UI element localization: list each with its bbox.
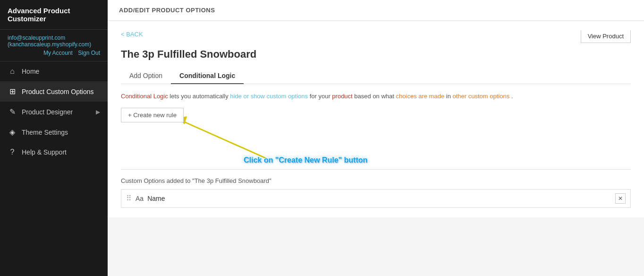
- create-new-rule-button[interactable]: + Create new rule: [121, 108, 184, 122]
- sidebar-nav: ⌂ Home ⊞ Product Custom Options ✎ Produc…: [0, 61, 108, 276]
- tab-conditional-logic[interactable]: Conditional Logic: [171, 68, 244, 84]
- desc-part4: for your: [310, 93, 332, 100]
- desc-part2: lets you automatically: [169, 93, 230, 100]
- sidebar: Advanced Product Customizer info@scaleup…: [0, 0, 108, 276]
- product-title: The 3p Fulfilled Snowboard: [121, 48, 631, 60]
- app-title: Advanced Product Customizer: [0, 0, 108, 30]
- sidebar-item-label: Product Custom Options: [22, 88, 100, 95]
- desc-part7: choices are made: [396, 93, 445, 100]
- svg-line-0: [182, 121, 267, 159]
- desc-part3: hide or show custom options: [230, 93, 308, 100]
- desc-part6: based on what: [354, 93, 396, 100]
- option-row: ⠿ Aa Name ✕: [121, 189, 631, 208]
- text-type-icon: Aa: [136, 195, 144, 202]
- sidebar-item-product-custom-options[interactable]: ⊞ Product Custom Options: [0, 81, 108, 102]
- conditional-logic-description: Conditional Logic lets you automatically…: [121, 92, 631, 101]
- remove-option-button[interactable]: ✕: [615, 193, 626, 204]
- tab-add-option[interactable]: Add Option: [121, 68, 171, 84]
- account-shop: (kanchanscaleup.myshopify.com): [8, 41, 100, 48]
- product-designer-icon: ✎: [8, 107, 17, 116]
- sort-drag-icon[interactable]: ⠿: [126, 194, 132, 203]
- tabs: Add Option Conditional Logic: [121, 68, 631, 84]
- account-email: info@scaleupprint.com: [8, 34, 100, 41]
- option-name: Name: [147, 195, 611, 202]
- sidebar-item-label: Help & Support: [22, 148, 100, 156]
- desc-part9: other custom options: [453, 93, 510, 100]
- sidebar-item-product-designer[interactable]: ✎ Product Designer ▶: [0, 102, 108, 122]
- theme-settings-icon: ◈: [8, 128, 17, 137]
- sidebar-item-label: Product Designer: [22, 108, 91, 116]
- product-custom-options-icon: ⊞: [8, 87, 17, 96]
- view-product-button[interactable]: View Product: [581, 30, 631, 43]
- chevron-right-icon: ▶: [96, 109, 100, 115]
- main-content: ADD/EDIT PRODUCT OPTIONS < BACK View Pro…: [108, 0, 644, 276]
- desc-part1: Conditional Logic: [121, 93, 168, 100]
- desc-part8: in: [446, 93, 453, 100]
- back-button[interactable]: < BACK: [121, 31, 143, 38]
- desc-part10: .: [511, 93, 513, 100]
- section-divider: [121, 169, 631, 170]
- desc-part5: product: [332, 93, 352, 100]
- page-header: ADD/EDIT PRODUCT OPTIONS: [108, 0, 644, 21]
- annotation-area: + Create new rule Click on "Create New R…: [121, 108, 631, 169]
- annotation-text: Click on "Create New Rule" button: [244, 156, 367, 164]
- sidebar-item-label: Theme Settings: [22, 129, 100, 136]
- sidebar-item-help-support[interactable]: ? Help & Support: [0, 142, 108, 162]
- sidebar-item-theme-settings[interactable]: ◈ Theme Settings: [0, 122, 108, 142]
- account-info: info@scaleupprint.com (kanchanscaleup.my…: [0, 30, 108, 61]
- custom-options-label: Custom Options added to "The 3p Fulfille…: [121, 177, 631, 184]
- sign-out-link[interactable]: Sign Out: [78, 50, 100, 56]
- sidebar-item-label: Home: [22, 68, 100, 75]
- main-body: < BACK View Product The 3p Fulfilled Sno…: [108, 21, 644, 276]
- my-account-link[interactable]: My Account: [43, 50, 73, 56]
- home-icon: ⌂: [8, 67, 17, 76]
- help-icon: ?: [8, 148, 17, 156]
- sidebar-item-home[interactable]: ⌂ Home: [0, 61, 108, 81]
- content-area: < BACK View Product The 3p Fulfilled Sno…: [108, 21, 644, 217]
